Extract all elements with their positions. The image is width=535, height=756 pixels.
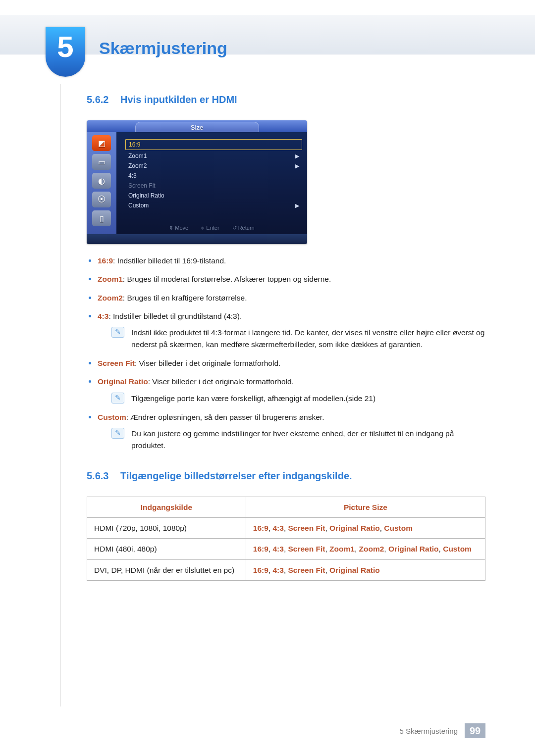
osd-icon-info[interactable]: ▯ <box>92 210 111 226</box>
chapter-title: Skærmjustering <box>99 39 227 58</box>
size-option: Screen Fit <box>288 545 325 553</box>
note-text: Indstil ikke produktet til 4:3-format i … <box>131 327 485 351</box>
osd-bottom-bar <box>87 234 307 244</box>
text: : Viser billeder i det originale formatf… <box>135 359 280 367</box>
section-5-6-2-number: 5.6.2 <box>87 94 108 105</box>
osd-row[interactable]: Original Ratio <box>128 191 299 201</box>
size-option: Original Ratio <box>329 566 380 574</box>
note-icon: ✎ <box>111 327 124 338</box>
osd-hint-enter: ⎆ Enter <box>201 225 219 231</box>
osd-hint-move: ⇕ Move <box>169 225 188 231</box>
table-cell-sizes: 16:9, 4:3, Screen Fit, Zoom1, Zoom2, Ori… <box>246 539 485 559</box>
list-item: Screen Fit: Viser billeder i det origina… <box>87 357 485 369</box>
size-option: 4:3 <box>272 524 283 532</box>
note-icon: ✎ <box>111 393 124 403</box>
table-cell-source: DVI, DP, HDMI (når der er tilsluttet en … <box>87 559 246 580</box>
chapter-number-tab: 5 <box>46 27 85 77</box>
keyword: Screen Fit <box>98 359 135 367</box>
osd-icon-picture[interactable]: ◩ <box>92 135 111 151</box>
osd-row: Screen Fit <box>128 181 299 191</box>
chevron-right-icon: ▶ <box>295 163 299 169</box>
note: ✎ Tilgængelige porte kan være forskellig… <box>111 393 485 404</box>
keyword: Original Ratio <box>98 377 148 386</box>
osd-row-label: 4:3 <box>128 172 137 179</box>
osd-menu: Size ◩ ▭ ◐ ⦿ ▯ 16:9 Zoom1 ▶ Zoom2 <box>87 120 307 244</box>
size-option: 16:9 <box>253 524 268 532</box>
osd-sidebar: ◩ ▭ ◐ ⦿ ▯ <box>87 132 116 234</box>
osd-icon-screen[interactable]: ▭ <box>92 154 111 170</box>
osd-options: 16:9 Zoom1 ▶ Zoom2 ▶ 4:3 Screen Fit Orig <box>116 132 307 234</box>
osd-row-label: Custom <box>128 202 149 209</box>
list-item: Original Ratio: Viser billeder i det ori… <box>87 376 485 404</box>
text: : Ændrer opløsningen, så den passer til … <box>126 413 324 421</box>
osd-icon-setup[interactable]: ⦿ <box>92 192 111 207</box>
section-5-6-2-title: Hvis inputkilden er HDMI <box>120 94 237 105</box>
size-option: Screen Fit <box>288 566 325 574</box>
size-option: Custom <box>443 545 472 553</box>
size-option: 16:9 <box>253 545 268 553</box>
keyword: Zoom1 <box>98 275 123 283</box>
table-header-source: Indgangskilde <box>87 497 246 517</box>
size-option: Zoom2 <box>359 545 384 553</box>
note-text: Tilgængelige porte kan være forskelligt,… <box>131 393 375 404</box>
osd-row-label: Original Ratio <box>128 192 164 199</box>
size-option-descriptions: 16:9: Indstiller billedet til 16:9-tilst… <box>87 255 485 452</box>
table-row: DVI, DP, HDMI (når der er tilsluttet en … <box>87 559 485 580</box>
chevron-right-icon: ▶ <box>295 153 299 159</box>
table-cell-sizes: 16:9, 4:3, Screen Fit, Original Ratio <box>246 559 485 580</box>
list-item: Zoom2: Bruges til en kraftigere forstørr… <box>87 292 485 303</box>
table-cell-sizes: 16:9, 4:3, Screen Fit, Original Ratio, C… <box>246 518 485 539</box>
section-5-6-3-heading: 5.6.3 Tilgængelige billedstørrelser efte… <box>87 470 485 482</box>
note-icon: ✎ <box>111 428 124 439</box>
osd-row-label: Screen Fit <box>128 182 156 189</box>
osd-row[interactable]: Custom ▶ <box>128 201 299 210</box>
page-number: 99 <box>465 723 485 738</box>
table-row: HDMI (720p, 1080i, 1080p)16:9, 4:3, Scre… <box>87 518 485 539</box>
size-option: 4:3 <box>272 566 283 574</box>
section-5-6-2-heading: 5.6.2 Hvis inputkilden er HDMI <box>87 94 485 105</box>
osd-row-label: 16:9 <box>129 141 140 148</box>
osd-row[interactable]: 4:3 <box>128 171 299 181</box>
keyword: Custom <box>98 413 126 421</box>
osd-icon-sound[interactable]: ◐ <box>92 173 111 189</box>
list-item: 4:3: Indstiller billedet til grundtilsta… <box>87 310 485 351</box>
text: : Indstiller billedet til grundtilstand … <box>108 312 242 320</box>
table-cell-source: HDMI (720p, 1080i, 1080p) <box>87 518 246 539</box>
size-option: Zoom1 <box>329 545 355 553</box>
osd-row[interactable]: Zoom1 ▶ <box>128 151 299 161</box>
size-option: Custom <box>384 524 413 532</box>
keyword: 4:3 <box>98 312 108 320</box>
osd-title: Size <box>135 122 259 132</box>
section-5-6-3-number: 5.6.3 <box>87 470 108 481</box>
note-text: Du kan justere og gemme indstillinger fo… <box>131 428 485 452</box>
list-item: 16:9: Indstiller billedet til 16:9-tilst… <box>87 255 485 266</box>
note: ✎ Indstil ikke produktet til 4:3-format … <box>111 327 485 351</box>
table-header-size: Picture Size <box>246 497 485 517</box>
list-item: Zoom1: Bruges til moderat forstørrelse. … <box>87 273 485 285</box>
list-item: Custom: Ændrer opløsningen, så den passe… <box>87 411 485 452</box>
left-margin-rule <box>60 84 61 706</box>
table-row: HDMI (480i, 480p)16:9, 4:3, Screen Fit, … <box>87 539 485 559</box>
osd-row[interactable]: Zoom2 ▶ <box>128 161 299 171</box>
size-option: Screen Fit <box>288 524 325 532</box>
footer-chapter-label: 5 Skærmjustering <box>399 727 458 735</box>
size-option: Original Ratio <box>388 545 439 553</box>
osd-row-label: Zoom1 <box>128 152 147 159</box>
osd-titlebar: Size <box>87 120 307 132</box>
osd-row-label: Zoom2 <box>128 162 147 169</box>
size-option: Original Ratio <box>329 524 380 532</box>
picture-size-by-source-table: Indgangskilde Picture Size HDMI (720p, 1… <box>87 497 485 581</box>
size-option: 16:9 <box>253 566 268 574</box>
size-option: 4:3 <box>272 545 283 553</box>
page-footer: 5 Skærmjustering 99 <box>399 723 485 738</box>
note: ✎ Du kan justere og gemme indstillinger … <box>111 428 485 452</box>
chevron-right-icon: ▶ <box>295 202 299 209</box>
osd-row[interactable]: 16:9 <box>125 139 302 150</box>
keyword: Zoom2 <box>98 294 123 302</box>
text: : Bruges til moderat forstørrelse. Afskæ… <box>123 275 331 283</box>
osd-hint-bar: ⇕ Move ⎆ Enter ↺ Return <box>116 225 307 231</box>
section-5-6-3-title: Tilgængelige billedstørrelser efter indg… <box>120 470 352 481</box>
table-cell-source: HDMI (480i, 480p) <box>87 539 246 559</box>
text: : Viser billeder i det originale formatf… <box>148 377 294 386</box>
keyword: 16:9 <box>98 256 113 265</box>
